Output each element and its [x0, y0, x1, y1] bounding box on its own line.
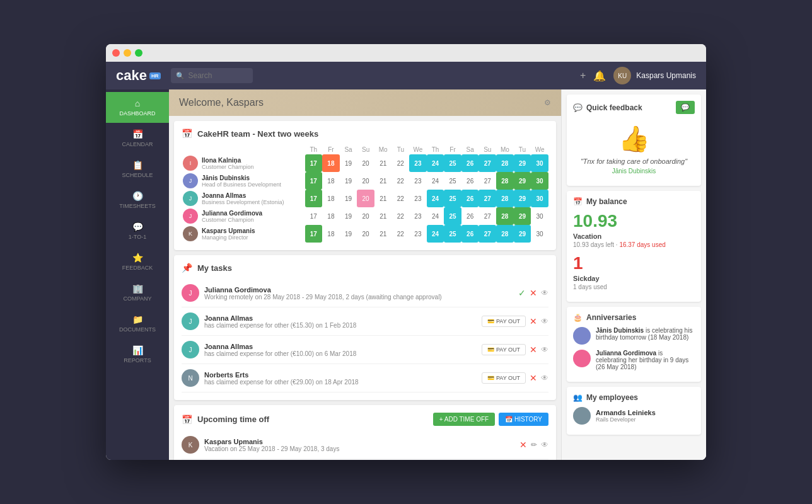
day-cell: 21	[374, 190, 392, 207]
reports-icon: 📊	[132, 345, 143, 355]
day-cell: 21	[374, 225, 392, 243]
content-area: Welcome, Kaspars ⚙ 📅 CakeHR team - Next …	[169, 89, 706, 460]
delete-timeoff-button[interactable]: ✕	[519, 440, 527, 450]
tasks-title: My tasks	[197, 263, 232, 273]
upcoming-icon: 📅	[182, 415, 192, 425]
cal-col-th: Th	[305, 145, 323, 154]
add-time-off-button[interactable]: + ADD TIME OFF	[433, 413, 495, 426]
day-cell: 19	[340, 172, 357, 190]
upcoming-buttons: + ADD TIME OFF 📅 HISTORY	[433, 413, 548, 426]
sidebar-item-feedback[interactable]: ⭐ FEEDBACK	[106, 246, 169, 277]
cal-col-su2: Su	[478, 145, 496, 154]
user-info[interactable]: KU Kaspars Upmanis	[613, 67, 696, 84]
sidebar: ⌂ DASHBOARD 📅 CALENDAR 📋 SCHEDULE 🕐 TIME…	[106, 89, 169, 460]
delete-button[interactable]: ✕	[530, 345, 537, 355]
view-button[interactable]: 👁	[541, 374, 548, 382]
send-feedback-button[interactable]: 💬	[676, 101, 695, 114]
sidebar-item-1to1[interactable]: 💬 1-TO-1	[106, 215, 169, 246]
day-cell: 22	[392, 225, 410, 243]
view-button[interactable]: 👁	[541, 289, 548, 297]
day-cell: 23	[409, 154, 427, 172]
day-cell: 27	[478, 172, 496, 190]
employees-icon: 👥	[573, 393, 583, 402]
day-cell: 29	[514, 225, 531, 243]
day-cell: 27	[478, 225, 496, 243]
day-cell: 21	[374, 207, 392, 225]
day-cell: 25	[444, 190, 461, 207]
task-name: Norberts Erts	[204, 371, 477, 379]
edit-timeoff-button[interactable]: ✏	[531, 440, 537, 449]
pay-out-button[interactable]: 💳 PAY OUT	[482, 344, 526, 355]
day-cell: 27	[478, 190, 496, 207]
bell-icon[interactable]: 🔔	[593, 70, 606, 82]
day-cell: 25	[444, 225, 461, 243]
day-cell: 21	[374, 154, 392, 172]
check-button[interactable]: ✓	[518, 288, 526, 298]
day-cell: 23	[409, 172, 427, 190]
sidebar-item-documents[interactable]: 📁 DOCUMENTS	[106, 308, 169, 339]
view-timeoff-button[interactable]: 👁	[541, 440, 548, 449]
sickday-sub: 1 days used	[573, 284, 695, 290]
team-calendar-card: 📅 CakeHR team - Next two weeks Th Fr Sa	[174, 121, 556, 250]
maximize-button[interactable]	[135, 49, 142, 57]
anniversaries-card: 🎂 Anniversaries Jānis Dubinskis is celeb…	[567, 307, 701, 382]
my-employees-card: 👥 My employees Armands Leinieks Rails De…	[567, 387, 701, 435]
sickday-label: Sickday	[573, 275, 695, 282]
day-cell: 30	[531, 225, 548, 243]
sidebar-item-label: CALENDAR	[122, 141, 153, 147]
sidebar-item-label: TIMESHEETS	[119, 203, 156, 209]
sidebar-item-dashboard[interactable]: ⌂ DASHBOARD	[106, 92, 169, 123]
sidebar-item-schedule[interactable]: 📋 SCHEDULE	[106, 154, 169, 185]
cal-col-fr2: Fr	[444, 145, 461, 154]
employee-name: Armands Leinieks	[596, 409, 656, 416]
cal-col-fr: Fr	[322, 145, 340, 154]
upcoming-avatar: K	[182, 436, 199, 454]
quick-feedback-card: 💬 Quick feedback 💬 👍 "Tnx for taking car…	[567, 94, 701, 186]
vacation-label: Vacation	[573, 232, 695, 240]
sidebar-item-reports[interactable]: 📊 REPORTS	[106, 339, 169, 370]
cake-icon: 🎂	[573, 313, 583, 322]
task-info: Norberts Erts has claimed expense for ot…	[204, 371, 477, 386]
delete-button[interactable]: ✕	[530, 316, 537, 326]
1to1-icon: 💬	[132, 222, 143, 232]
day-cell: 28	[496, 225, 514, 243]
anniversary-avatar	[573, 350, 591, 367]
close-button[interactable]	[112, 49, 120, 57]
tasks-card: 📌 My tasks J Julianna Gordimova Working …	[174, 255, 556, 400]
day-cell: 26	[461, 172, 479, 190]
delete-button[interactable]: ✕	[530, 373, 537, 383]
pay-out-button[interactable]: 💳 PAY OUT	[482, 372, 526, 384]
task-avatar: J	[182, 284, 199, 302]
feedback-bubble-icon: 💬	[573, 103, 583, 112]
anniversaries-list: Jānis Dubinskis is celebrating his birth…	[573, 327, 695, 370]
sidebar-item-calendar[interactable]: 📅 CALENDAR	[106, 123, 169, 154]
titlebar	[106, 44, 706, 62]
cal-col-we2: We	[531, 145, 548, 154]
pay-out-button[interactable]: 💳 PAY OUT	[482, 316, 526, 327]
list-item: N Norberts Erts has claimed expense for …	[182, 364, 548, 392]
sidebar-item-timesheets[interactable]: 🕐 TIMESHEETS	[106, 185, 169, 215]
sidebar-item-label: SCHEDULE	[122, 172, 153, 178]
feedback-author: Jānis Dubinskis	[573, 168, 695, 175]
task-info: Julianna Gordimova Working remotely on 2…	[204, 286, 513, 301]
employee-role: Rails Developer	[596, 416, 656, 423]
sidebar-item-label: COMPANY	[124, 295, 152, 302]
anniversary-avatar	[573, 327, 591, 345]
delete-button[interactable]: ✕	[530, 288, 537, 298]
balance-calendar-icon: 📅	[573, 197, 583, 206]
table-row: J Joanna Allmas Business Development (Es…	[182, 190, 548, 207]
view-button[interactable]: 👁	[541, 317, 548, 326]
day-cell: 29	[514, 154, 531, 172]
cal-col-mo1: Mo	[374, 145, 392, 154]
main-layout: ⌂ DASHBOARD 📅 CALENDAR 📋 SCHEDULE 🕐 TIME…	[106, 89, 706, 460]
settings-icon[interactable]: ⚙	[544, 98, 551, 107]
anniversary-text: Julianna Gordimova is celebrating her bi…	[596, 350, 695, 370]
minimize-button[interactable]	[124, 49, 131, 57]
my-balance-header: 📅 My balance	[573, 197, 695, 206]
history-button[interactable]: 📅 HISTORY	[499, 413, 548, 426]
sidebar-item-company[interactable]: 🏢 COMPANY	[106, 277, 169, 308]
add-icon[interactable]: +	[580, 70, 586, 81]
view-button[interactable]: 👁	[541, 345, 548, 354]
app-body: cake HR 🔍 + 🔔 KU Kaspars Upmanis ⌂	[106, 62, 706, 460]
day-cell: 24	[427, 225, 444, 243]
